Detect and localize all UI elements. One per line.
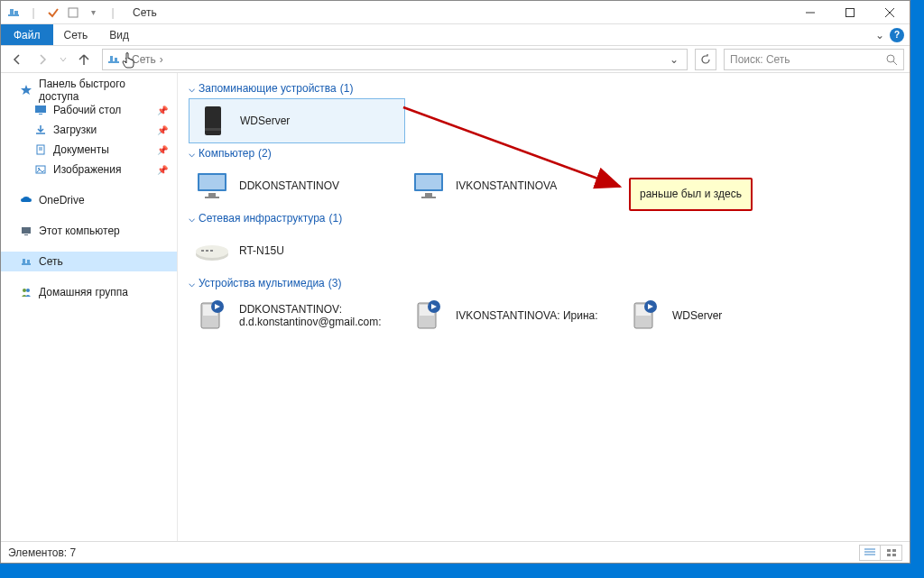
svg-rect-58 (892, 554, 896, 556)
sidebar-item-label: OneDrive (39, 194, 85, 206)
group-title: Запоминающие устройства (199, 82, 337, 95)
router-item[interactable]: RT-N15U (189, 228, 405, 273)
help-icon[interactable]: ? (890, 28, 904, 42)
item-label: WDServer (672, 309, 722, 322)
svg-rect-32 (205, 197, 219, 198)
sidebar-item-label: Панель быстрого доступа (39, 78, 168, 103)
view-icons-button[interactable] (881, 545, 902, 561)
pictures-icon (33, 162, 48, 177)
navigation-bar: › Сеть › ⌄ Поиск: Сеть (1, 46, 910, 73)
ribbon-chevron-icon[interactable]: ⌄ (875, 29, 884, 41)
chevron-down-icon: ⌵ (189, 82, 195, 95)
refresh-button[interactable] (695, 49, 716, 70)
sidebar-network[interactable]: Сеть (1, 252, 177, 271)
properties-icon[interactable] (44, 4, 62, 22)
ribbon-tab-view[interactable]: Вид (98, 24, 140, 45)
sidebar-this-pc[interactable]: Этот компьютер (1, 221, 177, 241)
up-button[interactable] (73, 49, 95, 70)
svg-rect-10 (115, 58, 117, 61)
annotation-text: раньше был и здесь (640, 188, 742, 200)
svg-line-12 (893, 61, 897, 65)
downloads-icon (33, 123, 48, 137)
address-dropdown-icon[interactable]: ⌄ (665, 53, 683, 66)
sidebar-item-downloads[interactable]: Загрузки 📌 (1, 120, 177, 140)
sidebar-item-label: Домашняя группа (39, 286, 128, 298)
sidebar-onedrive[interactable]: OneDrive (1, 190, 177, 210)
svg-rect-27 (205, 106, 221, 135)
group-network-infra[interactable]: ⌵ Сетевая инфраструктура (1) (189, 208, 899, 228)
qat-separator: | (104, 4, 122, 22)
svg-point-26 (26, 289, 30, 292)
ribbon-tab-network[interactable]: Сеть (53, 24, 99, 45)
chevron-down-icon: ⌵ (189, 147, 195, 160)
svg-rect-55 (887, 549, 891, 552)
svg-rect-21 (24, 234, 28, 235)
address-bar[interactable]: › Сеть › ⌄ (102, 49, 688, 70)
sidebar-item-label: Сеть (39, 255, 63, 268)
svg-point-11 (887, 55, 894, 62)
view-details-button[interactable] (859, 545, 881, 561)
svg-rect-20 (22, 227, 31, 234)
svg-rect-39 (201, 250, 204, 252)
sidebar-item-documents[interactable]: Документы 📌 (1, 140, 177, 160)
minimize-button[interactable] (790, 1, 830, 24)
server-icon (193, 103, 233, 139)
computer-item-ddkonstantinov[interactable]: DDKONSTANTINOV (189, 163, 405, 208)
status-count: Элементов: 7 (8, 546, 76, 559)
qat-separator: | (24, 4, 42, 22)
sidebar-quick-access[interactable]: Панель быстрого доступа (1, 80, 177, 100)
group-storage[interactable]: ⌵ Запоминающие устройства (1) (189, 78, 899, 98)
maximize-button[interactable] (830, 1, 870, 24)
window-title: Сеть (133, 6, 157, 19)
group-title: Компьютер (199, 147, 254, 160)
search-icon (885, 53, 898, 66)
search-placeholder: Поиск: Сеть (730, 53, 885, 66)
svg-rect-1 (10, 9, 14, 14)
titlebar: | ▾ | Сеть (1, 1, 910, 24)
breadcrumb-sep: › (125, 53, 128, 66)
window-controls (790, 1, 910, 24)
back-button[interactable] (6, 49, 28, 70)
group-title: Устройства мультимедиа (199, 277, 325, 289)
sidebar-homegroup[interactable]: Домашняя группа (1, 282, 177, 302)
close-button[interactable] (870, 1, 910, 24)
svg-rect-13 (35, 106, 46, 113)
svg-rect-31 (208, 193, 216, 197)
group-count: (1) (340, 82, 354, 95)
qat-item-icon[interactable] (64, 4, 82, 22)
recent-dropdown-icon[interactable] (57, 49, 69, 70)
network-location-icon (106, 52, 121, 67)
quick-access-toolbar: | ▾ | (1, 4, 125, 22)
ribbon-tab-file[interactable]: Файл (1, 24, 53, 45)
svg-line-51 (403, 107, 620, 187)
router-icon (192, 233, 232, 269)
svg-rect-41 (210, 250, 213, 252)
app-icon (5, 4, 23, 22)
network-icon (19, 254, 33, 269)
svg-rect-56 (892, 549, 896, 552)
svg-rect-0 (8, 14, 19, 16)
svg-rect-28 (205, 128, 221, 131)
svg-rect-57 (887, 554, 891, 556)
item-label: RT-N15U (239, 244, 284, 257)
annotation-callout: раньше был и здесь (629, 178, 753, 211)
media-device-icon (192, 298, 232, 334)
storage-item-wdserver[interactable]: WDServer (189, 98, 405, 143)
sidebar-item-label: Изображения (53, 163, 121, 176)
breadcrumb-network[interactable]: Сеть (132, 53, 156, 66)
search-box[interactable]: Поиск: Сеть (724, 49, 904, 70)
star-icon (19, 83, 33, 97)
qat-dropdown-icon[interactable]: ▾ (84, 4, 102, 22)
media-item-ddkonstantinov[interactable]: DDKONSTANTINOV: d.d.konstantinov@gmail.c… (189, 293, 405, 338)
status-bar: Элементов: 7 (1, 541, 910, 563)
svg-rect-14 (39, 114, 42, 115)
media-item-ivkonstantinova[interactable]: IVKONSTANTINOVA: Ирина: (405, 293, 622, 338)
media-item-wdserver[interactable]: WDServer (622, 293, 838, 338)
sidebar-item-desktop[interactable]: Рабочий стол 📌 (1, 100, 177, 120)
sidebar-item-pictures[interactable]: Изображения 📌 (1, 160, 177, 179)
group-multimedia[interactable]: ⌵ Устройства мультимедиа (3) (189, 273, 899, 293)
svg-rect-24 (27, 260, 30, 263)
forward-button[interactable] (32, 49, 53, 70)
svg-rect-5 (846, 8, 855, 16)
chevron-down-icon: ⌵ (189, 212, 195, 225)
